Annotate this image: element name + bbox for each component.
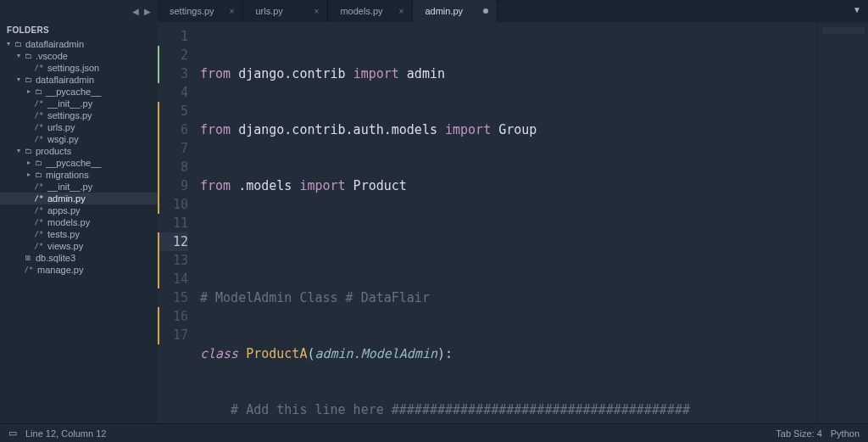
folder-__pycache__[interactable]: ▸🗀__pycache__ <box>0 86 158 98</box>
tree-item-label: views.py <box>47 240 83 252</box>
file-icon: /* <box>32 109 46 121</box>
tab-admin-py[interactable]: admin.py <box>413 0 498 22</box>
tree-item-label: __pycache__ <box>46 86 101 98</box>
database-file-icon: 🗎 <box>22 252 34 264</box>
chevron-down-icon[interactable]: ▾ <box>5 38 12 50</box>
folder-migrations[interactable]: ▸🗀migrations <box>0 169 158 181</box>
tree-item-label: admin.py <box>47 193 86 204</box>
chevron-right-icon[interactable]: ▸ <box>25 169 32 181</box>
line-number: 11 <box>158 214 188 232</box>
file-admin-py[interactable]: /*admin.py <box>0 193 158 204</box>
folder-tree: ▾🗀dataflairadmin▾🗀.vscode/*settings.json… <box>0 38 158 423</box>
folder--vscode[interactable]: ▾🗀.vscode <box>0 50 158 62</box>
folder-icon: 🗀 <box>22 50 34 62</box>
chevron-down-icon[interactable]: ▾ <box>15 74 22 86</box>
modified-marker-icon <box>158 176 159 195</box>
chevron-right-icon[interactable]: ▸ <box>25 86 32 98</box>
no-marker <box>158 83 159 102</box>
file-apps-py[interactable]: /*apps.py <box>0 204 158 216</box>
close-tab-icon[interactable]: × <box>230 7 235 16</box>
line-number: 9 <box>158 176 188 195</box>
tree-item-label: migrations <box>46 169 89 181</box>
file-__init__-py[interactable]: /*__init__.py <box>0 181 158 193</box>
line-number: 15 <box>158 288 188 307</box>
file-settings-json[interactable]: /*settings.json <box>0 62 158 74</box>
file-__init__-py[interactable]: /*__init__.py <box>0 98 158 109</box>
folder-icon: 🗀 <box>22 74 34 86</box>
file-icon: /* <box>32 133 46 145</box>
tree-item-label: __init__.py <box>47 98 92 109</box>
editor[interactable]: 1234567891011121314151617 from django.co… <box>158 22 868 423</box>
sidebar-header: FOLDERS <box>0 22 158 38</box>
tab-label: settings.py <box>170 6 214 16</box>
cursor-position[interactable]: Line 12, Column 12 <box>25 428 106 439</box>
app-menu-caret-icon[interactable]: ▼ <box>853 5 861 14</box>
modification-markers <box>158 27 159 344</box>
chevron-right-icon[interactable]: ▸ <box>25 157 32 169</box>
line-number: 3 <box>158 64 188 83</box>
modified-dot-icon <box>483 8 488 14</box>
file-urls-py[interactable]: /*urls.py <box>0 121 158 133</box>
tab-label: models.py <box>340 6 382 16</box>
folder-dataflairadmin[interactable]: ▾🗀dataflairadmin <box>0 74 158 86</box>
folder-dataflairadmin[interactable]: ▾🗀dataflairadmin <box>0 38 158 50</box>
line-number-gutter: 1234567891011121314151617 <box>158 22 197 423</box>
minimap[interactable] <box>817 22 868 423</box>
language-mode[interactable]: Python <box>831 428 860 439</box>
no-marker <box>158 214 159 232</box>
file-icon: /* <box>32 240 46 252</box>
tab-urls-py[interactable]: urls.py× <box>243 0 328 22</box>
file-icon: /* <box>32 228 46 240</box>
chevron-down-icon[interactable]: ▾ <box>15 145 22 157</box>
nav-back-icon[interactable]: ◀ <box>132 7 139 16</box>
folder-icon: 🗀 <box>32 157 44 169</box>
line-number: 12 <box>158 232 188 251</box>
line-number: 10 <box>158 195 188 214</box>
status-bar: ▭ Line 12, Column 12 Tab Size: 4 Python <box>0 423 868 442</box>
tree-item-label: settings.json <box>47 62 99 74</box>
file-icon: /* <box>32 181 46 193</box>
file-settings-py[interactable]: /*settings.py <box>0 109 158 121</box>
folder-icon: 🗀 <box>22 145 34 157</box>
added-marker-icon <box>158 46 159 64</box>
tree-item-label: apps.py <box>47 204 81 216</box>
sidebar: FOLDERS ▾🗀dataflairadmin▾🗀.vscode/*setti… <box>0 22 158 423</box>
file-icon: /* <box>32 121 46 133</box>
close-tab-icon[interactable]: × <box>314 7 320 16</box>
panel-switcher-icon[interactable]: ▭ <box>8 428 17 439</box>
file-models-py[interactable]: /*models.py <box>0 216 158 228</box>
line-number: 13 <box>158 251 188 270</box>
file-icon: /* <box>32 62 46 74</box>
modified-marker-icon <box>158 195 159 214</box>
added-marker-icon <box>158 64 159 83</box>
tab-size[interactable]: Tab Size: 4 <box>776 428 821 439</box>
tab-label: admin.py <box>425 6 463 16</box>
folder-products[interactable]: ▾🗀products <box>0 145 158 157</box>
line-number: 17 <box>158 326 188 344</box>
file-tests-py[interactable]: /*tests.py <box>0 228 158 240</box>
minimap-viewport[interactable] <box>822 27 865 95</box>
tree-item-label: urls.py <box>47 121 75 133</box>
file-views-py[interactable]: /*views.py <box>0 240 158 252</box>
line-number: 2 <box>158 46 188 64</box>
modified-marker-icon <box>158 232 159 251</box>
tab-models-py[interactable]: models.py× <box>328 0 413 22</box>
modified-marker-icon <box>158 120 159 139</box>
folder-__pycache__[interactable]: ▸🗀__pycache__ <box>0 157 158 169</box>
file-db-sqlite3[interactable]: 🗎db.sqlite3 <box>0 252 158 264</box>
file-manage-py[interactable]: /*manage.py <box>0 264 158 276</box>
folder-icon: 🗀 <box>12 38 24 50</box>
code-area[interactable]: from django.contrib import admin from dj… <box>197 22 817 423</box>
close-tab-icon[interactable]: × <box>399 7 404 16</box>
tree-item-label: .vscode <box>36 50 68 62</box>
tab-settings-py[interactable]: settings.py× <box>158 0 243 22</box>
nav-forward-icon[interactable]: ▶ <box>144 7 151 16</box>
tree-item-label: products <box>36 145 71 157</box>
line-number: 7 <box>158 139 188 158</box>
file-icon: /* <box>32 98 46 109</box>
chevron-down-icon[interactable]: ▾ <box>15 50 22 62</box>
file-wsgi-py[interactable]: /*wsgi.py <box>0 133 158 145</box>
tree-item-label: dataflairadmin <box>25 38 84 50</box>
modified-marker-icon <box>158 139 159 158</box>
tree-item-label: manage.py <box>37 264 83 276</box>
